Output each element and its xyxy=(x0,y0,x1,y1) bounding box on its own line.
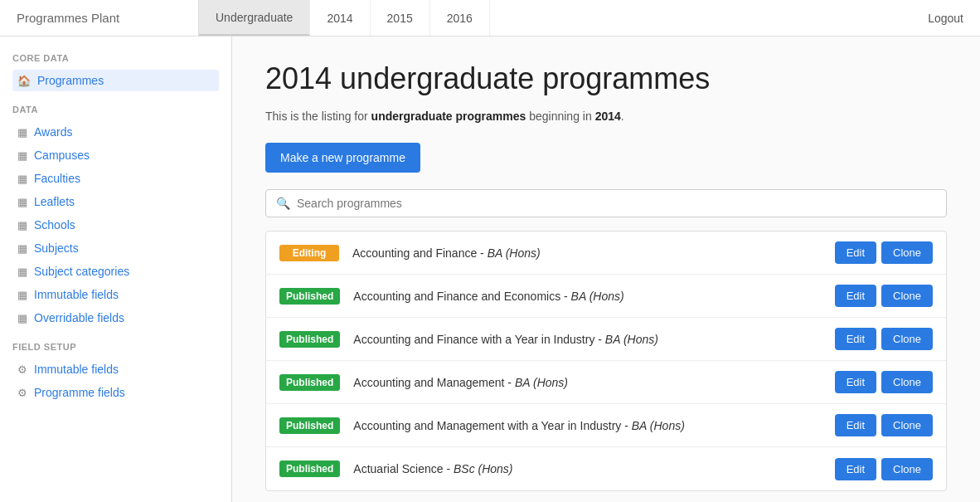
clone-button[interactable]: Clone xyxy=(881,371,933,393)
programme-name: Accounting and Finance and Economics - B… xyxy=(353,290,834,303)
row-actions: Edit Clone xyxy=(835,458,933,480)
table-row: Published Accounting and Finance and Eco… xyxy=(266,275,946,318)
table-icon-9: ▦ xyxy=(17,312,27,324)
clone-button[interactable]: Clone xyxy=(881,414,933,436)
sidebar-item-programmes[interactable]: 🏠 Programmes xyxy=(12,70,219,91)
main-content: 2014 undergraduate programmes This is th… xyxy=(232,37,980,502)
gear-icon: ⚙ xyxy=(17,363,27,376)
clone-button[interactable]: Clone xyxy=(881,241,933,264)
sidebar-item-schools[interactable]: ▦ Schools xyxy=(12,214,219,236)
page-title: 2014 undergraduate programmes xyxy=(265,61,947,96)
sidebar-item-overridable-fields[interactable]: ▦ Overridable fields xyxy=(12,307,219,329)
table-icon-8: ▦ xyxy=(17,289,27,301)
logout-button[interactable]: Logout xyxy=(911,0,980,36)
clone-button[interactable]: Clone xyxy=(881,458,933,480)
sidebar-item-field-immutable[interactable]: ⚙ Immutable fields xyxy=(12,358,219,380)
tab-undergraduate[interactable]: Undergraduate xyxy=(199,0,310,36)
table-row: Published Accounting and Finance with a … xyxy=(266,318,946,361)
status-badge: Published xyxy=(279,288,340,305)
table-icon-3: ▦ xyxy=(17,173,27,185)
search-icon: 🔍 xyxy=(276,197,290,210)
tab-2014[interactable]: 2014 xyxy=(310,0,370,36)
clone-button[interactable]: Clone xyxy=(881,328,933,350)
top-nav: Programmes Plant Undergraduate 2014 2015… xyxy=(0,0,980,37)
edit-button[interactable]: Edit xyxy=(835,328,876,350)
edit-button[interactable]: Edit xyxy=(835,458,876,480)
sidebar-section-field-setup: FIELD SETUP xyxy=(12,342,219,352)
page-description: This is the listing for undergraduate pr… xyxy=(265,110,947,123)
sidebar-item-subjects[interactable]: ▦ Subjects xyxy=(12,237,219,259)
row-actions: Edit Clone xyxy=(835,414,933,436)
row-actions: Edit Clone xyxy=(835,241,933,264)
table-row: Published Accounting and Management with… xyxy=(266,404,946,447)
row-actions: Edit Clone xyxy=(835,285,933,307)
status-badge: Published xyxy=(279,461,340,477)
nav-tabs: Undergraduate 2014 2015 2016 xyxy=(199,0,911,36)
row-actions: Edit Clone xyxy=(835,328,933,350)
programme-name: Accounting and Management with a Year in… xyxy=(353,419,834,432)
sidebar-item-programme-fields[interactable]: ⚙ Programme fields xyxy=(12,382,219,403)
sidebar-item-awards[interactable]: ▦ Awards xyxy=(12,121,219,143)
edit-button[interactable]: Edit xyxy=(835,371,876,393)
sidebar-section-core-data: CORE DATA xyxy=(12,53,219,63)
edit-button[interactable]: Edit xyxy=(835,285,876,307)
table-icon-2: ▦ xyxy=(17,149,27,162)
programme-name: Actuarial Science - BSc (Hons) xyxy=(353,462,834,475)
app-title: Programmes Plant xyxy=(0,0,199,36)
status-badge: Published xyxy=(279,417,340,434)
sidebar: CORE DATA 🏠 Programmes DATA ▦ Awards ▦ C… xyxy=(0,37,232,502)
table-icon-5: ▦ xyxy=(17,219,27,232)
row-actions: Edit Clone xyxy=(835,371,933,393)
programme-name: Accounting and Management - BA (Hons) xyxy=(353,376,834,389)
new-programme-button[interactable]: Make a new programme xyxy=(265,143,420,173)
table-row: Published Accounting and Management - BA… xyxy=(266,361,946,404)
table-row: Published Actuarial Science - BSc (Hons)… xyxy=(266,447,946,490)
sidebar-section-data: DATA xyxy=(12,105,219,115)
table-row: Editing Accounting and Finance - BA (Hon… xyxy=(266,232,946,275)
tab-2016[interactable]: 2016 xyxy=(430,0,490,36)
tab-2015[interactable]: 2015 xyxy=(371,0,430,36)
programme-name: Accounting and Finance with a Year in In… xyxy=(353,333,834,346)
edit-button[interactable]: Edit xyxy=(835,241,876,264)
sidebar-item-immutable-fields[interactable]: ▦ Immutable fields xyxy=(12,284,219,305)
sidebar-item-faculties[interactable]: ▦ Faculties xyxy=(12,168,219,189)
programmes-table: Editing Accounting and Finance - BA (Hon… xyxy=(265,231,947,491)
search-input[interactable] xyxy=(297,197,936,210)
clone-button[interactable]: Clone xyxy=(881,285,933,307)
edit-button[interactable]: Edit xyxy=(835,414,876,436)
status-badge: Editing xyxy=(279,245,339,261)
home-icon: 🏠 xyxy=(17,75,31,87)
table-icon: ▦ xyxy=(17,126,27,139)
layout: CORE DATA 🏠 Programmes DATA ▦ Awards ▦ C… xyxy=(0,37,980,502)
gear-icon-2: ⚙ xyxy=(17,387,27,399)
programme-name: Accounting and Finance - BA (Hons) xyxy=(352,246,835,260)
table-icon-7: ▦ xyxy=(17,266,27,278)
status-badge: Published xyxy=(279,374,340,391)
sidebar-item-leaflets[interactable]: ▦ Leaflets xyxy=(12,191,219,212)
search-bar: 🔍 xyxy=(265,189,947,217)
table-icon-6: ▦ xyxy=(17,242,27,255)
status-badge: Published xyxy=(279,331,340,348)
table-icon-4: ▦ xyxy=(17,196,27,208)
sidebar-item-subject-categories[interactable]: ▦ Subject categories xyxy=(12,261,219,282)
sidebar-item-campuses[interactable]: ▦ Campuses xyxy=(12,144,219,166)
